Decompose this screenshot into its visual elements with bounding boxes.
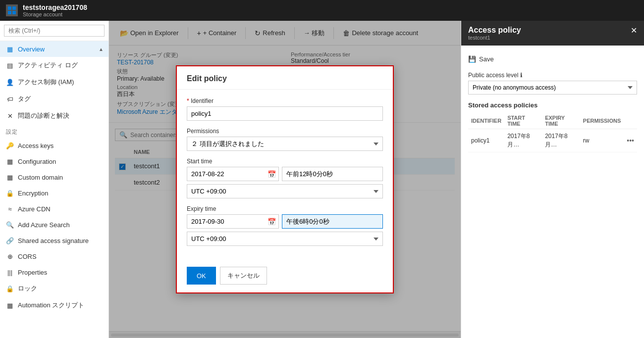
access-keys-icon: 🔑 <box>6 142 14 149</box>
policies-col-expiry-time: EXPIRY TIME <box>542 113 580 129</box>
sidebar-item-activity-log[interactable]: ▤ アクティビティ ログ <box>0 57 108 74</box>
expiry-time-label: Expiry time <box>187 205 383 212</box>
modal-overlay: Edit policy Identifier Permissions ２ 項目が… <box>109 21 461 338</box>
public-access-label: Public access level ℹ <box>468 72 637 79</box>
calendar-icon[interactable]: 📅 <box>268 170 276 178</box>
right-panel-title: Access policy <box>468 26 521 35</box>
policies-col-actions <box>624 113 637 129</box>
sidebar-item-encryption[interactable]: 🔒 Encryption <box>0 185 108 201</box>
svg-rect-1 <box>8 6 11 10</box>
policy-ellipsis-button[interactable]: ••• <box>627 137 634 145</box>
sidebar-search-input[interactable] <box>4 25 105 37</box>
sidebar-item-label: アクティビティ ログ <box>18 61 78 70</box>
start-date-wrap: 📅 <box>187 167 279 181</box>
identifier-label: Identifier <box>187 97 383 104</box>
policy-start-time: 2017年8月… <box>504 129 542 152</box>
policy-row[interactable]: policy1 2017年8月… 2017年8月… rw ••• <box>468 129 637 152</box>
sidebar-item-label: ロック <box>18 284 37 293</box>
sidebar: ▦ Overview ▤ アクティビティ ログ 👤 アクセス制御 (IAM) 🏷… <box>0 21 109 338</box>
storage-account-type: Storage account <box>23 11 87 17</box>
sidebar-item-configuration[interactable]: ▦ Configuration <box>0 153 108 169</box>
sidebar-item-cors[interactable]: ⊕ CORS <box>0 248 108 264</box>
right-panel-header: Access policy testcont1 ✕ <box>461 21 644 46</box>
configuration-icon: ▦ <box>6 157 14 165</box>
overview-icon: ▦ <box>6 45 14 53</box>
close-button[interactable]: ✕ <box>631 26 637 35</box>
save-button[interactable]: 💾 Save <box>468 52 494 66</box>
policies-col-identifier: IDENTIFIER <box>468 113 504 129</box>
custom-domain-icon: ▦ <box>6 173 14 181</box>
top-bar: teststoragea201708 Storage account <box>0 0 644 21</box>
policy-identifier: policy1 <box>468 129 504 152</box>
sidebar-item-add-azure-search[interactable]: 🔍 Add Azure Search <box>0 217 108 233</box>
sidebar-item-properties[interactable]: ||| Properties <box>0 264 108 280</box>
sidebar-search-box[interactable] <box>0 21 108 41</box>
sidebar-item-label: Encryption <box>18 190 48 197</box>
sidebar-item-shared-access-signature[interactable]: 🔗 Shared access signature <box>0 233 108 248</box>
modal-footer: OK キャンセル <box>177 261 393 292</box>
shared-access-icon: 🔗 <box>6 237 14 244</box>
start-time-label: Start time <box>187 158 383 165</box>
storage-account-name: teststoragea201708 <box>23 3 87 11</box>
ok-button[interactable]: OK <box>187 267 216 285</box>
sidebar-item-tags[interactable]: 🏷 タグ <box>0 91 108 107</box>
start-date-input[interactable] <box>187 167 279 181</box>
start-time-input[interactable] <box>282 167 383 181</box>
sidebar-item-label: Azure CDN <box>18 205 51 213</box>
sidebar-item-access-keys[interactable]: 🔑 Access keys <box>0 138 108 153</box>
expiry-date-input[interactable] <box>187 214 279 229</box>
sidebar-item-label: Properties <box>18 269 47 276</box>
expiry-date-time-row: 📅 <box>187 214 383 229</box>
sidebar-item-overview[interactable]: ▦ Overview <box>0 41 108 57</box>
policy-permissions: rw <box>580 129 624 152</box>
cors-icon: ⊕ <box>6 252 14 260</box>
start-timezone-select[interactable]: UTC +09:00 <box>187 184 383 198</box>
public-access-select[interactable]: Private (no anonymous access) <box>468 81 637 95</box>
sidebar-item-label: CORS <box>18 253 37 260</box>
sidebar-item-iam[interactable]: 👤 アクセス制御 (IAM) <box>0 74 108 91</box>
sidebar-item-label: Access keys <box>18 142 54 149</box>
sidebar-item-diagnose[interactable]: ✕ 問題の診断と解決 <box>0 107 108 124</box>
svg-rect-3 <box>8 11 11 14</box>
save-icon: 💾 <box>468 55 476 63</box>
sidebar-item-label: 問題の診断と解決 <box>18 111 69 120</box>
right-panel-subtitle: testcont1 <box>468 35 521 41</box>
sidebar-item-label: Automation スクリプト <box>18 301 84 310</box>
sidebar-item-label: Add Azure Search <box>18 221 70 229</box>
activity-log-icon: ▤ <box>6 61 14 69</box>
expiry-date-wrap: 📅 <box>187 214 279 229</box>
identifier-field-group: Identifier <box>187 97 383 121</box>
modal-body: Identifier Permissions ２ 項目が選択されました Star… <box>177 90 393 261</box>
expiry-timezone-select[interactable]: UTC +09:00 <box>187 232 383 246</box>
sidebar-item-label: Custom domain <box>18 174 63 181</box>
sidebar-item-label: アクセス制御 (IAM) <box>18 78 74 87</box>
identifier-input[interactable] <box>187 106 383 121</box>
permissions-field-group: Permissions ２ 項目が選択されました <box>187 128 383 151</box>
sidebar-item-lock[interactable]: 🔒 ロック <box>0 280 108 297</box>
sidebar-item-automation[interactable]: ▦ Automation スクリプト <box>0 297 108 314</box>
save-label: Save <box>479 55 494 63</box>
right-panel-body: 💾 Save Public access level ℹ Private (no… <box>461 46 644 338</box>
sidebar-item-label: タグ <box>18 95 31 103</box>
expiry-time-input[interactable] <box>282 214 383 229</box>
azure-cdn-icon: ≈ <box>6 205 14 213</box>
sidebar-item-label: Configuration <box>18 158 56 165</box>
expiry-calendar-icon[interactable]: 📅 <box>268 218 276 226</box>
policy-expiry-time: 2017年8月… <box>542 129 580 152</box>
cancel-button[interactable]: キャンセル <box>220 267 267 285</box>
sidebar-item-azure-cdn[interactable]: ≈ Azure CDN <box>0 201 108 217</box>
encryption-icon: 🔒 <box>6 189 14 197</box>
expiry-time-field-group: Expiry time 📅 UTC +09:00 <box>187 205 383 246</box>
edit-policy-modal: Edit policy Identifier Permissions ２ 項目が… <box>176 65 394 293</box>
sidebar-item-label: Shared access signature <box>18 237 89 244</box>
sidebar-item-custom-domain[interactable]: ▦ Custom domain <box>0 169 108 185</box>
modal-title: Edit policy <box>177 66 393 90</box>
start-date-time-row: 📅 <box>187 167 383 181</box>
app-icon <box>6 4 18 16</box>
properties-icon: ||| <box>6 268 14 276</box>
right-panel: Access policy testcont1 ✕ 💾 Save Public … <box>461 21 644 338</box>
permissions-select[interactable]: ２ 項目が選択されました <box>187 137 383 151</box>
policies-table: IDENTIFIER START TIME EXPIRY TIME PERMIS… <box>468 113 637 152</box>
policies-col-permissions: PERMISSIONS <box>580 113 624 129</box>
svg-rect-2 <box>12 6 16 10</box>
